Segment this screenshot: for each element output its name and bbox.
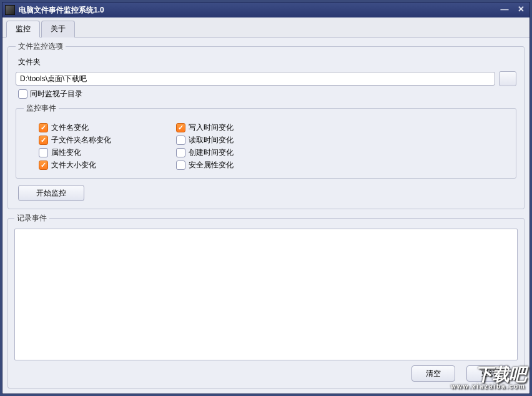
- size-change-checkbox[interactable]: [39, 161, 48, 170]
- create-time-label: 创建时间变化: [189, 147, 234, 158]
- events-legend: 监控事件: [24, 103, 59, 114]
- filename-change-label: 文件名变化: [51, 122, 89, 133]
- attr-change-checkbox[interactable]: [39, 148, 48, 157]
- write-time-label: 写入时间变化: [189, 122, 234, 133]
- read-time-checkbox[interactable]: [176, 136, 185, 145]
- tab-monitor[interactable]: 监控: [6, 21, 40, 37]
- window-title: 电脑文件事件监控系统1.0: [19, 5, 498, 16]
- close-button[interactable]: ✕: [515, 5, 527, 15]
- tab-about[interactable]: 关于: [41, 21, 75, 37]
- folder-label: 文件夹: [18, 57, 516, 67]
- tab-bar: 监控 关于: [2, 17, 530, 37]
- filename-change-checkbox[interactable]: [39, 123, 48, 132]
- create-time-checkbox[interactable]: [176, 148, 185, 157]
- minimize-button[interactable]: —: [498, 5, 511, 15]
- watch-subdirs-label: 同时监视子目录: [30, 89, 82, 99]
- options-legend: 文件监控选项: [16, 41, 66, 52]
- browse-button[interactable]: [499, 71, 516, 86]
- folder-input[interactable]: [16, 72, 495, 86]
- log-textarea[interactable]: [14, 229, 518, 360]
- read-time-label: 读取时间变化: [189, 135, 234, 146]
- security-attr-checkbox[interactable]: [176, 161, 185, 170]
- titlebar: 电脑文件事件监控系统1.0 — ✕: [2, 2, 530, 17]
- monitor-events-group: 监控事件 文件名变化 写入时间变化 子文件夹名称变化: [16, 103, 516, 179]
- start-monitor-button[interactable]: 开始监控: [18, 185, 84, 201]
- clear-button[interactable]: 清空: [411, 365, 455, 382]
- watch-subdirs-checkbox[interactable]: [18, 89, 27, 99]
- size-change-label: 文件大小变化: [51, 160, 96, 171]
- log-events-group: 记录事件 清空 更新: [7, 213, 525, 389]
- monitor-options-group: 文件监控选项 文件夹 同时监视子目录 监控事件 文件名变化: [7, 41, 525, 209]
- tab-content: 文件监控选项 文件夹 同时监视子目录 监控事件 文件名变化: [2, 37, 530, 394]
- attr-change-label: 属性变化: [51, 147, 81, 158]
- app-icon: [5, 5, 15, 15]
- refresh-button[interactable]: 更新: [466, 365, 510, 382]
- write-time-checkbox[interactable]: [176, 123, 185, 132]
- log-legend: 记录事件: [14, 213, 49, 224]
- app-window: 电脑文件事件监控系统1.0 — ✕ 监控 关于 文件监控选项 文件夹 同时监视子…: [2, 2, 530, 394]
- subfolder-name-checkbox[interactable]: [39, 136, 48, 145]
- security-attr-label: 安全属性变化: [189, 160, 234, 171]
- subfolder-name-label: 子文件夹名称变化: [51, 135, 111, 146]
